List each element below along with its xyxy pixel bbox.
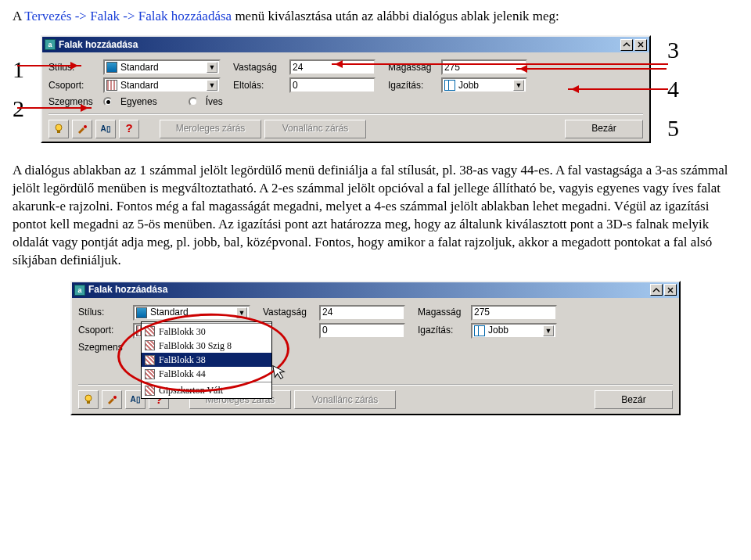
text-icon: A▯ [130, 394, 140, 405]
list-item[interactable]: FalBlokk 44 [142, 367, 271, 381]
brush-icon [77, 124, 88, 135]
chevron-down-icon: ▼ [207, 80, 217, 91]
left-callouts: 1 2 [13, 50, 41, 128]
radio-ives[interactable] [189, 97, 198, 106]
label-szegmens: Szegmens [78, 341, 128, 354]
csoport-open-list[interactable]: FalBlokk 30 FalBlokk 30 Szig 8 FalBlokk … [141, 321, 272, 399]
arrow-4 [516, 68, 667, 70]
brush-icon [106, 394, 117, 405]
wall-icon [145, 369, 155, 379]
rollup-icon [652, 287, 660, 293]
chevron-down-icon: ▼ [543, 325, 554, 336]
tool-light-button[interactable] [78, 390, 99, 409]
close-icon [638, 41, 644, 48]
radio-egyenes-label: Egyenes [120, 95, 157, 108]
vastagsag-input[interactable]: 24 [319, 305, 405, 321]
align-icon [444, 80, 455, 91]
titlebar[interactable]: a Falak hozzáadása [72, 282, 679, 298]
chevron-down-icon: ▼ [513, 80, 524, 91]
wall-icon [145, 355, 155, 365]
svg-point-3 [85, 395, 92, 401]
figure-2: a Falak hozzáadása Stílus: Standard ▼ [13, 281, 738, 415]
style-icon [136, 307, 147, 318]
label-vastagsag: Vastagság [263, 306, 314, 318]
meroleges-button[interactable]: Meroleges zárás [160, 120, 261, 138]
tool-paint-button[interactable] [72, 120, 92, 138]
igazitas-dropdown[interactable]: Jobb ▼ [441, 77, 527, 93]
csoport-dropdown[interactable]: Standard ▼ [103, 77, 221, 93]
dialog-title: Falak hozzáadása [88, 283, 167, 296]
igazitas-dropdown[interactable]: Jobb ▼ [471, 323, 557, 339]
list-item-selected[interactable]: FalBlokk 38 [142, 353, 271, 367]
vonallanc-button[interactable]: Vonallánc zárás [294, 390, 396, 409]
label-csoport: Csoport: [49, 79, 99, 92]
wall-icon [145, 386, 155, 396]
bezar-button[interactable]: Bezár [565, 120, 643, 138]
svg-point-0 [56, 124, 62, 131]
arrow-2 [17, 107, 92, 109]
radio-ives-label: Íves [206, 95, 223, 108]
callout-1: 1 [13, 58, 24, 81]
svg-rect-4 [87, 401, 90, 404]
callout-4: 4 [667, 77, 679, 101]
close-button[interactable] [634, 39, 647, 51]
svg-point-2 [84, 125, 87, 128]
vonallanc-button[interactable]: Vonallánc zárás [264, 120, 366, 138]
wall-icon [145, 340, 155, 350]
app-icon: a [74, 285, 85, 296]
label-stilus: Stílus: [78, 306, 128, 318]
body-paragraph: A dialógus ablakban az 1 számmal jelölt … [13, 162, 738, 270]
label-csoport: Csoport: [78, 324, 128, 336]
label-igazitas: Igazítás: [388, 79, 437, 92]
tool-paint-button[interactable] [102, 390, 122, 409]
question-icon: ? [125, 120, 132, 136]
arrow-1 [17, 65, 81, 66]
rollup-icon [623, 41, 631, 48]
close-button[interactable] [664, 284, 677, 296]
magassag-input[interactable]: 275 [441, 59, 527, 75]
eltolas-input[interactable]: 0 [319, 323, 405, 339]
magassag-input[interactable]: 275 [471, 305, 557, 321]
close-icon [667, 287, 674, 293]
group-icon [106, 80, 117, 91]
label-vastagsag: Vastagság [233, 61, 285, 74]
app-icon: a [45, 39, 56, 50]
menu-path: Tervezés -> Falak -> Falak hozzáadása [24, 9, 232, 23]
rollup-button[interactable] [650, 284, 663, 296]
bezar-button[interactable]: Bezár [595, 390, 673, 409]
arrow-3 [332, 63, 668, 65]
dialog-1-wrap: a Falak hozzáadása Stílus: Standard ▼ [41, 35, 651, 142]
stilus-dropdown[interactable]: Standard ▼ [103, 59, 221, 75]
stilus-dropdown[interactable]: Standard ▼ [133, 305, 250, 321]
titlebar[interactable]: a Falak hozzáadása [42, 37, 649, 52]
text-icon: A▯ [100, 124, 110, 135]
bulb-icon [53, 124, 64, 135]
tool-help-button[interactable]: ? [119, 120, 139, 138]
label-magassag: Magasság [418, 306, 466, 318]
arrow-5 [568, 88, 668, 90]
list-item[interactable]: FalBlokk 30 Szig 8 [142, 339, 271, 353]
tool-light-button[interactable] [49, 120, 69, 138]
callout-5: 5 [667, 117, 679, 140]
dialog-1: a Falak hozzáadása Stílus: Standard ▼ [41, 35, 651, 142]
chevron-down-icon: ▼ [236, 307, 247, 318]
svg-point-5 [113, 396, 117, 399]
wall-icon [145, 326, 155, 336]
callout-3: 3 [667, 38, 679, 62]
chevron-down-icon: ▼ [207, 62, 217, 73]
radio-egyenes[interactable] [103, 97, 113, 106]
dialog-title: Falak hozzáadása [59, 38, 138, 51]
list-item[interactable]: FalBlokk 30 [142, 325, 271, 339]
list-item[interactable]: Gipszkarton Vált [142, 383, 271, 397]
tool-text-button[interactable]: A▯ [95, 120, 116, 138]
figure-1: 1 2 a Falak hozzáadása Stílus: [13, 31, 738, 148]
label-igazitas: Igazítás: [418, 324, 466, 336]
bulb-icon [83, 394, 94, 405]
align-icon [474, 325, 485, 336]
label-eltolas: Eltolás: [233, 79, 285, 92]
style-icon [106, 62, 117, 73]
eltolas-input[interactable]: 0 [289, 77, 376, 93]
intro-text: A Tervezés -> Falak -> Falak hozzáadása … [13, 8, 738, 26]
dialog-2-wrap: a Falak hozzáadása Stílus: Standard ▼ [70, 281, 681, 415]
rollup-button[interactable] [620, 39, 633, 51]
